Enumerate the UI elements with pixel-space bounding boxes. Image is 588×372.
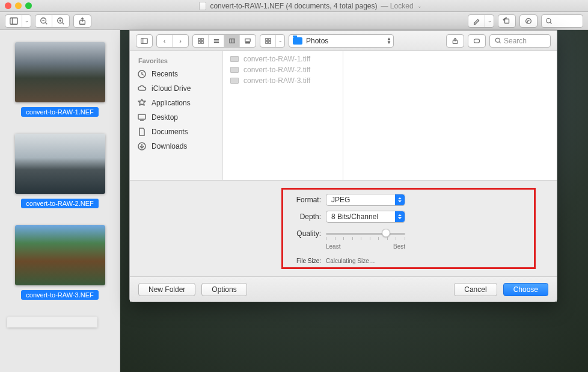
svg-rect-17 (198, 38, 200, 40)
share-button[interactable] (73, 14, 91, 28)
applications-icon (137, 98, 147, 108)
document-icon (199, 2, 206, 10)
svg-line-3 (45, 22, 47, 24)
group-by-button-group: ⌄ (260, 34, 285, 48)
file-name: convert-to-RAW-1.tiff (243, 55, 310, 63)
sidebar-item-label: Recents (152, 70, 178, 78)
app-toolbar: ⌄ ⌄ (0, 12, 588, 30)
export-options-panel: Format: JPEG Depth: 8 Bits/Channel Quali… (130, 180, 557, 276)
thumbnail-image (15, 225, 105, 285)
search-placeholder: Search (504, 37, 527, 45)
search-icon (495, 37, 501, 44)
thumbnail-item[interactable]: convert-to-RAW-3.NEF (7, 225, 112, 300)
svg-rect-29 (247, 42, 248, 43)
file-item[interactable]: convert-to-RAW-2.tiff (223, 64, 343, 75)
sidebar-item-documents[interactable]: Documents (130, 125, 222, 139)
save-dialog-sheet: ‹ › ⌄ Photos ▲▼ (129, 30, 557, 302)
dialog-tags-button[interactable] (468, 34, 486, 48)
svg-rect-11 (505, 19, 509, 23)
sidebar-toggle-button[interactable] (136, 35, 152, 47)
file-item[interactable]: convert-to-RAW-1.tiff (223, 54, 343, 64)
thumbnail-label: convert-to-RAW-2.NEF (21, 199, 98, 208)
close-window-button[interactable] (5, 2, 11, 9)
thumbnail-item[interactable]: convert-to-RAW-2.NEF (7, 134, 112, 208)
depth-select[interactable]: 8 Bits/Channel (326, 211, 405, 223)
desktop-icon (137, 113, 147, 122)
format-select[interactable]: JPEG (326, 194, 405, 206)
zoom-window-button[interactable] (25, 2, 32, 9)
file-column: convert-to-RAW-1.tiff convert-to-RAW-2.t… (223, 51, 343, 180)
sidebar-item-applications[interactable]: Applications (130, 96, 222, 110)
quality-label: Quality: (287, 229, 321, 238)
thumbnail-item[interactable]: convert-to-RAW-1.NEF (7, 42, 112, 117)
group-by-button[interactable] (260, 35, 276, 47)
highlight-button[interactable] (468, 15, 485, 27)
zoom-in-button[interactable] (52, 15, 69, 27)
thumbnail-sidebar[interactable]: convert-to-RAW-1.NEF convert-to-RAW-2.NE… (0, 30, 120, 372)
dialog-toolbar: ‹ › ⌄ Photos ▲▼ (130, 31, 557, 51)
back-button[interactable]: ‹ (157, 35, 173, 47)
choose-button[interactable]: Choose (503, 283, 548, 296)
view-mode-group (192, 34, 256, 48)
markup-toolbar-button[interactable] (519, 14, 537, 28)
file-browser: Favorites Recents iCloud Drive Applicati… (130, 51, 557, 180)
sidebar-item-label: iCloud Drive (152, 84, 191, 93)
download-icon (137, 141, 147, 151)
thumbnail-item[interactable] (7, 317, 97, 327)
forward-button[interactable]: › (173, 35, 188, 47)
svg-line-6 (63, 22, 64, 24)
minimize-window-button[interactable] (15, 2, 22, 9)
quality-slider[interactable]: Least Best (326, 228, 405, 240)
svg-point-38 (495, 38, 500, 42)
rotate-button[interactable] (498, 14, 516, 28)
sidebar-item-downloads[interactable]: Downloads (130, 139, 222, 153)
sidebar-dropdown-button[interactable]: ⌄ (22, 15, 31, 27)
svg-rect-18 (201, 38, 203, 40)
thumbnail-label: convert-to-RAW-3.NEF (21, 290, 98, 300)
thumbnail-image (15, 134, 105, 194)
svg-rect-24 (229, 39, 234, 43)
sidebar-item-label: Downloads (152, 142, 187, 150)
window-locked-label[interactable]: — Locked (381, 2, 414, 10)
sidebar-item-recents[interactable]: Recents (130, 67, 222, 81)
dialog-search-field[interactable]: Search (489, 34, 551, 48)
thumbnail-label: convert-to-RAW-1.NEF (21, 107, 98, 117)
sidebar-toggle-button[interactable] (5, 15, 22, 27)
icon-view-button[interactable] (193, 35, 209, 47)
list-view-button[interactable] (209, 35, 224, 47)
svg-rect-41 (138, 114, 145, 119)
select-arrows-icon (395, 194, 405, 205)
favorites-sidebar: Favorites Recents iCloud Drive Applicati… (130, 51, 223, 180)
cancel-button[interactable]: Cancel (454, 283, 497, 296)
depth-value: 8 Bits/Channel (331, 212, 378, 221)
svg-rect-0 (10, 17, 17, 24)
dialog-button-bar: New Folder Options Cancel Choose (130, 276, 557, 302)
image-file-icon (230, 78, 239, 84)
favorites-header: Favorites (130, 55, 222, 67)
sidebar-item-desktop[interactable]: Desktop (130, 110, 222, 125)
sidebar-item-icloud[interactable]: iCloud Drive (130, 81, 222, 96)
svg-rect-34 (268, 41, 270, 43)
search-button[interactable] (541, 14, 583, 28)
gallery-view-button[interactable] (240, 35, 256, 47)
options-button[interactable]: Options (201, 283, 247, 296)
chevron-down-icon[interactable]: ⌄ (417, 3, 422, 9)
location-label: Photos (306, 37, 328, 45)
svg-line-14 (550, 22, 551, 23)
svg-point-12 (526, 18, 531, 23)
dialog-share-button[interactable] (446, 34, 464, 48)
new-folder-button[interactable]: New Folder (138, 283, 195, 296)
zoom-out-button[interactable] (35, 15, 52, 27)
cloud-icon (137, 84, 147, 93)
thumbnail-image (15, 42, 105, 102)
column-view-button[interactable] (224, 35, 240, 47)
highlight-dropdown-button[interactable]: ⌄ (485, 15, 494, 27)
file-item[interactable]: convert-to-RAW-3.tiff (223, 75, 343, 86)
svg-rect-15 (141, 38, 148, 43)
file-name: convert-to-RAW-3.tiff (243, 76, 310, 85)
depth-label: Depth: (287, 212, 321, 221)
svg-rect-30 (249, 42, 250, 43)
svg-rect-31 (265, 38, 267, 40)
location-popup-button[interactable]: Photos ▲▼ (289, 34, 394, 48)
group-by-dropdown-button[interactable]: ⌄ (276, 35, 284, 47)
